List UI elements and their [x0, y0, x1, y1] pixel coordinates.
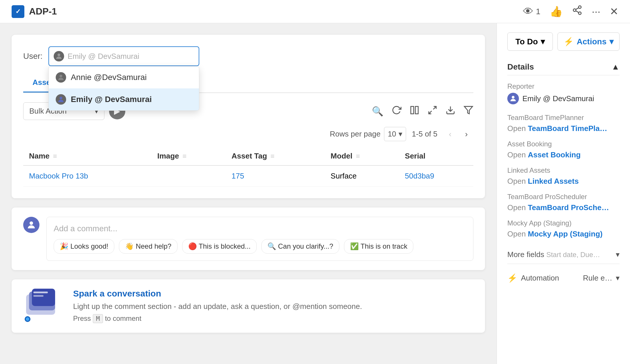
teamboard-proscheduler-label: TeamBoard ProScheduler — [507, 193, 620, 201]
columns-icon[interactable] — [410, 105, 419, 117]
filter-icon[interactable] — [464, 105, 473, 117]
actions-label: Actions — [577, 37, 607, 46]
more-icon: ··· — [592, 6, 600, 18]
press-hint-key: M — [93, 314, 103, 323]
top-bar: ✓ ADP-1 👁 1 👍 ··· ✕ — [0, 0, 630, 23]
asset-booking-link[interactable]: Asset Booking — [528, 150, 581, 159]
fullscreen-icon[interactable] — [428, 105, 437, 117]
svg-rect-19 — [33, 295, 44, 297]
close-button[interactable]: ✕ — [610, 6, 618, 18]
linked-assets-label: Linked Assets — [507, 166, 620, 174]
download-icon[interactable] — [446, 105, 455, 117]
rows-value: 10 — [388, 130, 396, 139]
svg-line-10 — [433, 106, 436, 109]
commenter-avatar — [23, 217, 39, 233]
open-text-3: Open — [507, 177, 526, 185]
automation-label: Automation — [521, 274, 559, 283]
linked-assets-link[interactable]: Linked Assets — [528, 177, 579, 185]
linked-assets-value: Open Linked Assets — [507, 177, 620, 186]
quick-comments: 🎉 Looks good! 👋 Need help? 🔴 This is blo… — [54, 239, 466, 254]
asset-name-link[interactable]: Macbook Pro 13b — [29, 172, 88, 180]
open-text-4: Open — [507, 203, 526, 212]
teamboard-timeplanner-row: TeamBoard TimePlanner Open TeamBoard Tim… — [507, 114, 620, 133]
spark-text: Spark a conversation Light up the commen… — [73, 289, 362, 323]
col-image: Image ≡ — [151, 147, 226, 165]
quick-comment-need-help[interactable]: 👋 Need help? — [119, 239, 177, 254]
press-hint-prefix: Press — [73, 314, 91, 322]
dropdown-item-annie[interactable]: Annie @DevSamurai — [49, 66, 199, 88]
teamboard-proscheduler-link[interactable]: TeamBoard ProSche… — [528, 203, 609, 212]
press-hint-suffix: to comment — [105, 314, 141, 322]
col-model: Model ≡ — [325, 147, 399, 165]
automation-chevron[interactable]: ▾ — [616, 274, 620, 283]
next-page-button[interactable]: › — [459, 127, 473, 141]
emily-name: Emily @ DevSamurai — [71, 95, 152, 104]
quick-comment-blocked[interactable]: 🔴 This is blocked... — [182, 239, 257, 254]
automation-row: ⚡ Automation Rule e… ▾ — [507, 269, 620, 287]
quick-comment-looks-good[interactable]: 🎉 Looks good! — [54, 239, 114, 254]
cell-image — [151, 165, 226, 187]
automation-lightning-icon: ⚡ — [507, 273, 517, 283]
pagination-row: Rows per page 10 ▾ 1-5 of 5 ‹ › — [23, 127, 473, 141]
table-row: Macbook Pro 13b 175 Surface 50d3ba9 — [23, 165, 473, 187]
asset-tag-link[interactable]: 175 — [231, 172, 244, 180]
eye-icon: 👁 — [523, 6, 533, 18]
annie-name: Annie @DevSamurai — [71, 73, 147, 82]
svg-rect-17 — [32, 289, 55, 306]
search-icon[interactable]: 🔍 — [372, 106, 383, 117]
page-nav: ‹ › — [443, 127, 473, 141]
more-button[interactable]: ··· — [592, 6, 600, 18]
comment-placeholder[interactable]: Add a comment... — [54, 224, 466, 233]
svg-point-5 — [57, 54, 60, 56]
table-actions-right: 🔍 — [372, 105, 473, 117]
mocky-staging-link[interactable]: Mocky App (Staging) — [528, 230, 603, 238]
actions-button[interactable]: ⚡ Actions ▾ — [557, 32, 620, 51]
status-label: To Do — [515, 37, 538, 46]
comment-box: Add a comment... 🎉 Looks good! 👋 Need he… — [46, 217, 473, 261]
more-fields-row[interactable]: More fields Start date, Due… ▾ — [507, 245, 620, 264]
thumbs-up-icon: 👍 — [550, 6, 563, 18]
watch-button[interactable]: 👁 1 — [523, 6, 540, 18]
quick-comment-on-track[interactable]: ✅ This is on track — [344, 239, 414, 254]
teamboard-timeplanner-link[interactable]: TeamBoard TimePla… — [528, 124, 607, 133]
reporter-value: Emily @ DevSamurai — [507, 93, 620, 104]
rows-per-page-label: Rows per page — [330, 130, 381, 139]
asset-booking-label: Asset Booking — [507, 140, 620, 148]
user-label: User: — [23, 52, 43, 61]
reporter-row: Reporter Emily @ DevSamurai — [507, 82, 620, 104]
prev-page-button[interactable]: ‹ — [443, 127, 457, 141]
cell-asset-tag: 175 — [226, 165, 325, 187]
svg-point-6 — [59, 75, 62, 77]
rows-per-page-select[interactable]: 10 ▾ — [384, 127, 406, 141]
share-icon — [572, 5, 582, 18]
main-card: User: Emily @ DevSamurai — [12, 35, 485, 198]
refresh-icon[interactable] — [392, 105, 401, 117]
user-input[interactable]: Emily @ DevSamurai — [48, 46, 199, 66]
quick-comment-clarify[interactable]: 🔍 Can you clarify...? — [261, 239, 339, 254]
rows-per-page-group: Rows per page 10 ▾ — [330, 127, 406, 141]
teamboard-timeplanner-label: TeamBoard TimePlanner — [507, 114, 620, 122]
serial-link[interactable]: 50d3ba9 — [405, 172, 434, 180]
like-button[interactable]: 👍 — [550, 6, 563, 18]
spark-title: Spark a conversation — [73, 289, 362, 299]
share-button[interactable] — [572, 5, 582, 18]
dropdown-item-emily[interactable]: Emily @ DevSamurai — [49, 88, 199, 110]
teamboard-proscheduler-value: Open TeamBoard ProSche… — [507, 203, 620, 212]
chevron-down-icon: ▾ — [609, 37, 613, 46]
table-header-row: Name ≡ Image ≡ Asset Tag — [23, 147, 473, 165]
automation-left: ⚡ Automation — [507, 273, 559, 283]
user-input-placeholder: Emily @ DevSamurai — [68, 52, 139, 61]
spark-desc: Light up the comment section - add an up… — [73, 302, 362, 311]
svg-rect-8 — [411, 106, 414, 114]
details-label: Details — [507, 62, 534, 72]
annie-avatar — [56, 72, 66, 83]
collapse-icon[interactable]: ▲ — [611, 62, 620, 72]
user-input-wrap: Emily @ DevSamurai Annie @DevSamurai — [48, 46, 199, 66]
page-title: ADP-1 — [29, 6, 57, 17]
svg-point-22 — [512, 96, 514, 99]
col-sep-model: ≡ — [356, 152, 360, 160]
user-dropdown: Annie @DevSamurai Emily @ DevSamurai — [48, 66, 199, 111]
col-serial: Serial — [399, 147, 473, 165]
status-button[interactable]: To Do ▾ — [507, 32, 553, 51]
details-header: Details ▲ — [507, 62, 620, 75]
